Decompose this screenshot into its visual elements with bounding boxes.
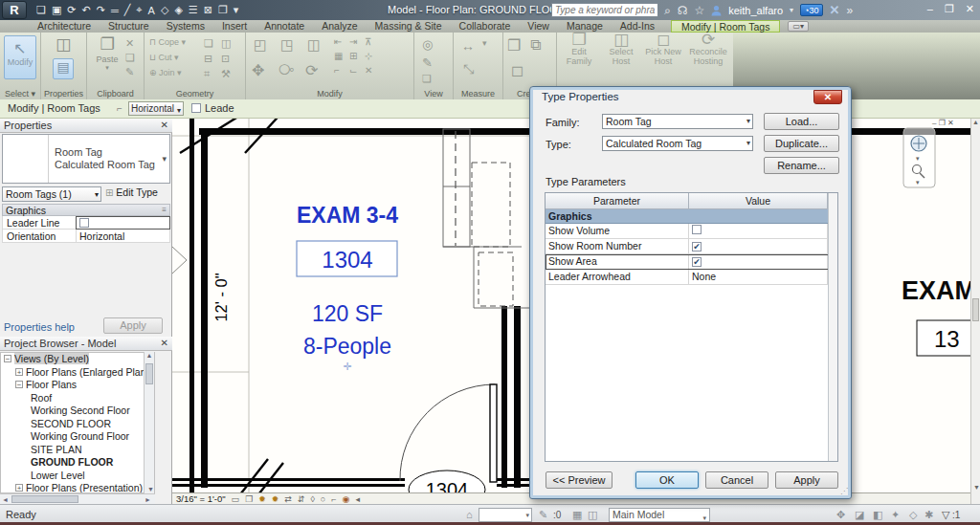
expand-icon[interactable]: + [15, 368, 23, 376]
tree-item[interactable]: Roof [1, 392, 154, 405]
design-option-dropdown[interactable]: Main Model▾ [609, 508, 710, 522]
properties-close-icon[interactable]: ✕ [161, 120, 168, 130]
tab-systems[interactable]: Systems [158, 20, 213, 33]
graphics-group-row[interactable]: Graphics≈ [546, 209, 837, 224]
undo-icon[interactable]: ↶ [82, 4, 91, 16]
worksets-house-icon[interactable]: ⌂ [466, 509, 473, 520]
dimension-text[interactable]: 12' - 0" [212, 273, 230, 321]
ribbon-state-icon[interactable]: ▭▾ [788, 21, 809, 32]
orientation-value[interactable]: Horizontal [76, 230, 170, 242]
collapse-icon[interactable]: ◂ [355, 494, 360, 504]
reveal-hidden-icon[interactable]: ◉ [343, 494, 350, 504]
tree-item[interactable]: −Floor Plans [1, 379, 154, 392]
override-graphics-icon[interactable]: ✎ [422, 55, 433, 70]
settings-icon[interactable]: ✱ [924, 509, 933, 521]
type-properties-icon[interactable]: ▤ [53, 58, 74, 79]
a360-icon[interactable]: ✕ [830, 3, 840, 17]
leader-checkbox[interactable] [191, 103, 201, 113]
array-icon[interactable]: ▦ [334, 51, 343, 61]
close-hidden-icon[interactable]: ⊠ [204, 4, 212, 16]
tree-item[interactable]: SECOND FLOOR [1, 418, 154, 431]
tab-insert[interactable]: Insert [213, 20, 256, 33]
value-column-header[interactable]: Value [689, 193, 828, 208]
expand-chevrons-icon[interactable]: » [846, 4, 853, 17]
properties-palette-header[interactable]: Properties ✕ [0, 119, 172, 133]
cut-geometry-button[interactable]: ⊔ Cut ▾ [149, 53, 179, 62]
preview-button[interactable]: << Preview [546, 471, 612, 489]
properties-help-link[interactable]: Properties help [4, 321, 75, 333]
type-dropdown[interactable]: Calculated Room Tag▾ [602, 136, 753, 151]
panel-label-geometry[interactable]: Geometry [145, 89, 245, 98]
scale-icon[interactable]: ⊞ [349, 51, 357, 61]
search-input[interactable] [551, 3, 658, 17]
favorites-star-icon[interactable]: ☆ [694, 4, 704, 17]
unpin-icon[interactable]: ⊼ [365, 36, 371, 47]
scroll-thumb[interactable] [11, 495, 78, 503]
type-selector[interactable]: Room Tag Calculated Room Tag ▾ [2, 134, 170, 184]
family-dropdown[interactable]: Room Tag▾ [602, 114, 753, 129]
panel-label-modify[interactable]: Modify [246, 89, 413, 98]
navigation-bar[interactable]: ▾ ▾ [903, 128, 935, 187]
redo-icon[interactable]: ↷ [97, 4, 105, 16]
pinned-icon[interactable]: ✦ [891, 509, 900, 521]
dialog-close-button[interactable]: ✕ [813, 90, 842, 104]
match-type-icon[interactable]: ✎ [125, 66, 134, 78]
modify-button[interactable]: ↖ Modify [4, 35, 36, 79]
workset-grid-icon[interactable]: ▦ [572, 509, 582, 521]
hide-elements-icon[interactable]: ◎ [422, 37, 433, 52]
parameter-column-header[interactable]: Parameter [546, 193, 689, 208]
close-button[interactable]: ✕ [966, 3, 974, 15]
subscription-badge[interactable]: ◔30 [800, 4, 822, 16]
panel-label-clipboard[interactable]: Clipboard [87, 89, 144, 98]
tab-annotate[interactable]: Annotate [256, 20, 313, 33]
thin-lines-icon[interactable]: ☰ [189, 4, 198, 16]
panel-label-view[interactable]: View [414, 89, 453, 98]
crop-view-icon[interactable]: ⇵ [298, 494, 305, 504]
room-occupancy-text[interactable]: 8-People [303, 334, 391, 359]
edit-type-icon[interactable]: ◰ [254, 36, 267, 54]
edit-type-button[interactable]: ⊞ Edit Type [105, 186, 170, 202]
view-scale[interactable]: 3/16" = 1'-0" [176, 493, 226, 504]
join-button[interactable]: ⊕ Join ▾ [149, 68, 182, 77]
search-icon[interactable]: ⌕ [664, 4, 671, 17]
copy-element-icon[interactable]: ⧂ [278, 61, 294, 78]
section-icon[interactable]: ◈ [174, 4, 182, 16]
scroll-thumb[interactable] [972, 298, 979, 321]
door-leaf[interactable] [490, 384, 497, 482]
filter-icon[interactable]: ▽ [942, 509, 949, 521]
tab-view[interactable]: View [519, 20, 558, 33]
workset-grid-icon-2[interactable]: ◫ [588, 509, 597, 521]
switch-windows-icon[interactable]: ❐ [218, 4, 228, 16]
beam-join-icon[interactable]: ❏ [204, 37, 213, 50]
align-icon[interactable]: ⇤ [334, 36, 342, 47]
tab-modify-room-tags[interactable]: Modify | Room Tags [671, 20, 780, 33]
duplicate-button[interactable]: Duplicate... [764, 135, 839, 152]
panel-label-measure[interactable]: Measure [454, 89, 502, 98]
mirror-icon[interactable]: ◫ [307, 36, 321, 54]
disjoin-icon[interactable]: ◪ [855, 509, 864, 521]
wall-icon[interactable]: ═ [111, 5, 119, 16]
temporary-hide-icon[interactable]: ⌐ [331, 494, 336, 504]
tree-item[interactable]: SITE PLAN [1, 444, 154, 457]
demolish-icon[interactable]: ⌗ [204, 68, 210, 80]
tree-item[interactable]: Lower Level [1, 470, 154, 483]
measure-icon[interactable]: ↔ [461, 38, 475, 54]
rename-button[interactable]: Rename... [764, 157, 839, 174]
view-window-controls[interactable]: ‒ ❐ ✕ [932, 119, 954, 127]
resize-grip[interactable]: ⋰ [840, 487, 848, 495]
expand-icon[interactable]: + [15, 484, 23, 492]
app-menu-button[interactable]: R [2, 1, 27, 19]
detail-level-icon[interactable]: ▭ [232, 494, 240, 504]
sun-path-icon[interactable]: ✹ [258, 494, 266, 504]
help-kite-icon[interactable]: ☊ [678, 4, 688, 17]
show-crop-region-icon[interactable]: ◊ [310, 494, 314, 504]
project-browser-hscrollbar[interactable]: ◄► [0, 493, 155, 504]
orientation-dropdown[interactable]: Horizontal▾ [128, 101, 184, 116]
tag-icon[interactable]: ⌖ [136, 4, 142, 16]
tree-item[interactable]: +Floor Plans (Presentation) [1, 482, 154, 493]
copy-icon[interactable]: ❏ [125, 52, 135, 64]
cope-button[interactable]: ⊓ Cope ▾ [149, 37, 186, 47]
ok-button[interactable]: OK [635, 471, 699, 489]
project-browser-header[interactable]: Project Browser - Model ✕ [0, 337, 172, 351]
collapse-icon[interactable]: − [15, 381, 23, 388]
